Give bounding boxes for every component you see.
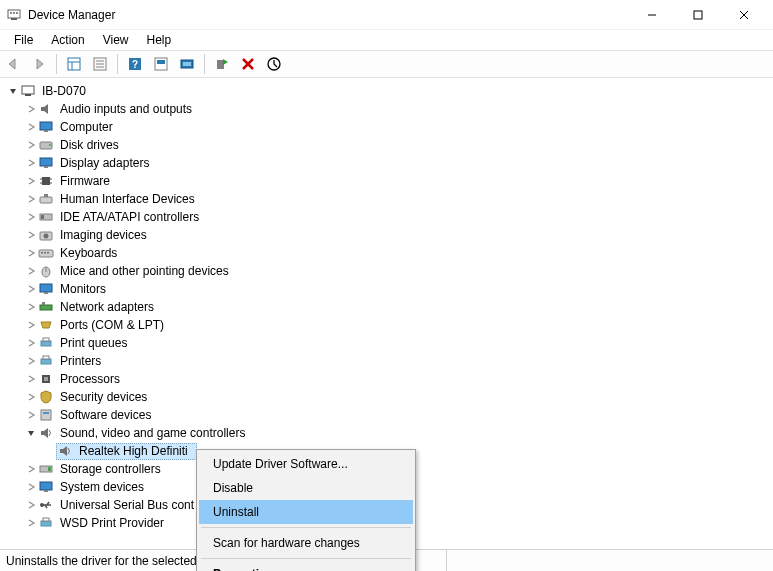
tree-item-monitors[interactable]: Monitors bbox=[2, 280, 771, 298]
speaker-icon bbox=[38, 101, 54, 117]
tree-item-label: Printers bbox=[58, 352, 103, 370]
uninstall-button[interactable] bbox=[237, 53, 259, 75]
forward-button[interactable] bbox=[28, 53, 50, 75]
ctx-scan-hardware[interactable]: Scan for hardware changes bbox=[199, 531, 413, 555]
help-button[interactable]: ? bbox=[124, 53, 146, 75]
network-icon bbox=[38, 299, 54, 315]
back-button[interactable] bbox=[2, 53, 24, 75]
tree-item-printers[interactable]: Printers bbox=[2, 352, 771, 370]
tree-item-imaging[interactable]: Imaging devices bbox=[2, 226, 771, 244]
ctx-disable[interactable]: Disable bbox=[199, 476, 413, 500]
update-driver-button[interactable] bbox=[263, 53, 285, 75]
svg-rect-26 bbox=[22, 86, 34, 94]
tree-item-mice[interactable]: Mice and other pointing devices bbox=[2, 262, 771, 280]
chevron-right-icon[interactable] bbox=[24, 264, 38, 278]
chevron-down-icon[interactable] bbox=[24, 426, 38, 440]
tree-item-sound[interactable]: Sound, video and game controllers bbox=[2, 424, 771, 442]
chevron-down-icon[interactable] bbox=[6, 84, 20, 98]
computer-icon bbox=[20, 83, 36, 99]
svg-text:?: ? bbox=[132, 59, 138, 70]
chevron-right-icon[interactable] bbox=[24, 336, 38, 350]
svg-rect-66 bbox=[44, 490, 48, 492]
app-icon bbox=[6, 7, 22, 23]
chevron-right-icon[interactable] bbox=[24, 318, 38, 332]
tree-item-computer[interactable]: Computer bbox=[2, 118, 771, 136]
tree-item-label: Sound, video and game controllers bbox=[58, 424, 247, 442]
enable-device-button[interactable] bbox=[211, 53, 233, 75]
chevron-right-icon[interactable] bbox=[24, 390, 38, 404]
separator bbox=[201, 527, 411, 528]
window-title: Device Manager bbox=[28, 8, 115, 22]
svg-rect-28 bbox=[40, 122, 52, 130]
svg-rect-39 bbox=[40, 197, 52, 203]
show-hide-tree-button[interactable] bbox=[63, 53, 85, 75]
svg-rect-47 bbox=[44, 252, 46, 254]
chevron-right-icon[interactable] bbox=[24, 120, 38, 134]
menu-view[interactable]: View bbox=[95, 31, 137, 49]
tree-item-label: Security devices bbox=[58, 388, 149, 406]
svg-rect-57 bbox=[41, 359, 51, 364]
chevron-right-icon[interactable] bbox=[24, 498, 38, 512]
tree-item-print-queues[interactable]: Print queues bbox=[2, 334, 771, 352]
menu-file[interactable]: File bbox=[6, 31, 41, 49]
chevron-right-icon[interactable] bbox=[24, 462, 38, 476]
tree-item-processors[interactable]: Processors bbox=[2, 370, 771, 388]
tree-item-audio[interactable]: Audio inputs and outputs bbox=[2, 100, 771, 118]
scan-hardware-button[interactable] bbox=[176, 53, 198, 75]
tree-item-label: Universal Serial Bus cont bbox=[58, 496, 196, 514]
chevron-right-icon[interactable] bbox=[24, 102, 38, 116]
close-button[interactable] bbox=[721, 0, 767, 30]
minimize-button[interactable] bbox=[629, 0, 675, 30]
tree-item-ports[interactable]: Ports (COM & LPT) bbox=[2, 316, 771, 334]
menu-help[interactable]: Help bbox=[139, 31, 180, 49]
ctx-properties[interactable]: Properties bbox=[199, 562, 413, 571]
chevron-right-icon[interactable] bbox=[24, 300, 38, 314]
chevron-right-icon[interactable] bbox=[24, 156, 38, 170]
tree-item-security[interactable]: Security devices bbox=[2, 388, 771, 406]
keyboard-icon bbox=[38, 245, 54, 261]
tree-item-label: Imaging devices bbox=[58, 226, 149, 244]
ctx-update-driver[interactable]: Update Driver Software... bbox=[199, 452, 413, 476]
chevron-right-icon[interactable] bbox=[24, 174, 38, 188]
tree-item-label: Disk drives bbox=[58, 136, 121, 154]
chevron-right-icon[interactable] bbox=[24, 210, 38, 224]
action-button[interactable] bbox=[150, 53, 172, 75]
chevron-right-icon[interactable] bbox=[24, 228, 38, 242]
printer-icon bbox=[38, 353, 54, 369]
cpu-icon bbox=[38, 371, 54, 387]
tree-item-disk[interactable]: Disk drives bbox=[2, 136, 771, 154]
properties-button[interactable] bbox=[89, 53, 111, 75]
tree-item-display[interactable]: Display adapters bbox=[2, 154, 771, 172]
tree-root[interactable]: IB-D070 bbox=[2, 82, 771, 100]
chevron-right-icon[interactable] bbox=[24, 282, 38, 296]
tree-item-software[interactable]: Software devices bbox=[2, 406, 771, 424]
chevron-right-icon[interactable] bbox=[24, 138, 38, 152]
chevron-right-icon[interactable] bbox=[24, 192, 38, 206]
chevron-right-icon[interactable] bbox=[24, 372, 38, 386]
maximize-button[interactable] bbox=[675, 0, 721, 30]
chevron-right-icon[interactable] bbox=[24, 354, 38, 368]
tree-item-label: Software devices bbox=[58, 406, 153, 424]
svg-rect-21 bbox=[183, 62, 191, 66]
chevron-right-icon[interactable] bbox=[24, 480, 38, 494]
ctx-uninstall[interactable]: Uninstall bbox=[199, 500, 413, 524]
tree-item-keyboards[interactable]: Keyboards bbox=[2, 244, 771, 262]
port-icon bbox=[38, 317, 54, 333]
tree-item-label: Realtek High Definiti bbox=[77, 442, 190, 460]
menu-action[interactable]: Action bbox=[43, 31, 92, 49]
controller-icon bbox=[38, 209, 54, 225]
disk-icon bbox=[38, 137, 54, 153]
chip-icon bbox=[38, 173, 54, 189]
tree-item-hid[interactable]: Human Interface Devices bbox=[2, 190, 771, 208]
tree-item-firmware[interactable]: Firmware bbox=[2, 172, 771, 190]
chevron-right-icon[interactable] bbox=[24, 516, 38, 530]
tree-item-ide[interactable]: IDE ATA/ATAPI controllers bbox=[2, 208, 771, 226]
monitor-icon bbox=[38, 119, 54, 135]
svg-rect-62 bbox=[43, 412, 49, 414]
tree-item-network[interactable]: Network adapters bbox=[2, 298, 771, 316]
svg-rect-6 bbox=[694, 11, 702, 19]
chevron-right-icon[interactable] bbox=[24, 408, 38, 422]
chevron-right-icon[interactable] bbox=[24, 246, 38, 260]
svg-rect-33 bbox=[44, 166, 48, 168]
tree-item-label: Storage controllers bbox=[58, 460, 163, 478]
